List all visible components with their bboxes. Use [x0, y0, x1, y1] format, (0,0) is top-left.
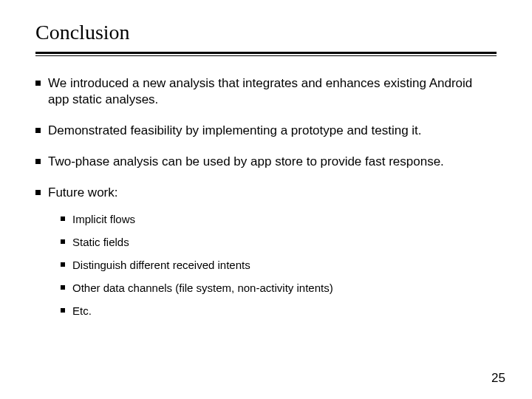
- page-number: 25: [491, 371, 505, 386]
- main-bullet-list: We introduced a new analysis that integr…: [35, 75, 497, 201]
- sub-bullet-list: Implicit flows Static fields Distinguish…: [61, 211, 497, 318]
- bullet-text: Two-phase analysis can be used by app st…: [48, 154, 497, 170]
- bullet-item: Two-phase analysis can be used by app st…: [35, 154, 497, 170]
- square-bullet-icon: [61, 285, 65, 290]
- square-bullet-icon: [35, 159, 41, 164]
- bullet-item: We introduced a new analysis that integr…: [35, 75, 497, 108]
- slide-title: Conclusion: [35, 21, 497, 44]
- title-divider: [35, 52, 497, 56]
- sub-bullet-item: Implicit flows: [61, 211, 497, 227]
- square-bullet-icon: [61, 216, 65, 221]
- square-bullet-icon: [35, 190, 41, 195]
- bullet-item: Demonstrated feasibility by implementing…: [35, 123, 497, 139]
- bullet-text: Demonstrated feasibility by implementing…: [48, 123, 497, 139]
- bullet-item: Future work:: [35, 185, 497, 201]
- sub-bullet-item: Other data channels (file system, non-ac…: [61, 280, 497, 296]
- slide-content: Conclusion We introduced a new analysis …: [0, 0, 532, 341]
- bullet-text: Future work:: [48, 185, 497, 201]
- sub-bullet-item: Distinguish different received intents: [61, 257, 497, 273]
- sub-bullet-item: Static fields: [61, 234, 497, 250]
- sub-bullet-text: Implicit flows: [72, 211, 135, 227]
- square-bullet-icon: [61, 308, 65, 313]
- sub-bullet-text: Other data channels (file system, non-ac…: [72, 280, 333, 296]
- sub-bullet-text: Etc.: [72, 303, 92, 318]
- sub-bullet-item: Etc.: [61, 303, 497, 318]
- square-bullet-icon: [61, 262, 65, 267]
- square-bullet-icon: [35, 128, 41, 133]
- square-bullet-icon: [61, 239, 65, 244]
- bullet-text: We introduced a new analysis that integr…: [48, 75, 497, 108]
- square-bullet-icon: [35, 81, 41, 86]
- sub-bullet-text: Distinguish different received intents: [72, 257, 250, 273]
- sub-bullet-text: Static fields: [72, 234, 129, 250]
